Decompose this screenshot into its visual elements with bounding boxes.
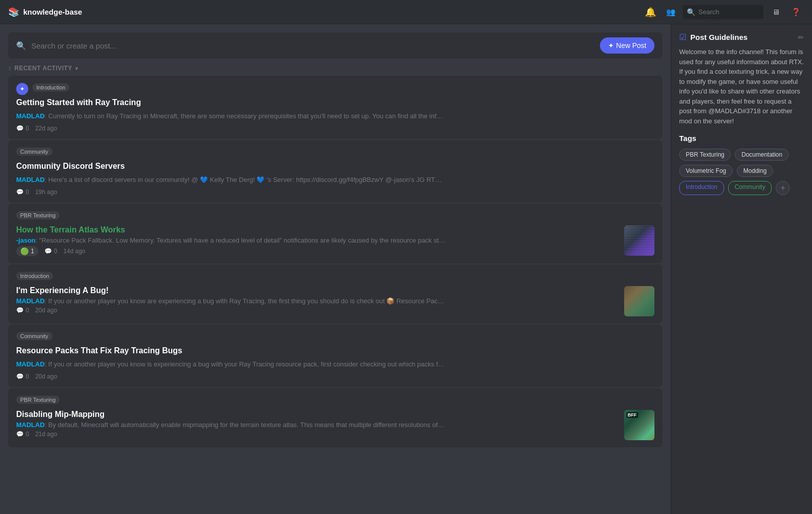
post-snippet: MADLAD: If you or another player you kno… bbox=[16, 360, 445, 368]
tag-volumetric-fog[interactable]: Volumetric Fog bbox=[679, 165, 733, 177]
post-card[interactable]: PBR Texturing How the Terrain Atlas Work… bbox=[8, 204, 663, 263]
post-comments: 💬 0 bbox=[16, 125, 29, 132]
post-card[interactable]: Community Resource Packs That Fix Ray Tr… bbox=[8, 324, 663, 387]
people-icon: 👥 bbox=[666, 8, 676, 17]
add-tag-button[interactable]: + bbox=[776, 181, 790, 195]
post-thumbnail bbox=[624, 225, 654, 256]
create-post-input[interactable] bbox=[31, 41, 595, 50]
post-thumbnail: BFF bbox=[624, 410, 654, 440]
post-footer: 💬 0 20d ago bbox=[16, 307, 618, 314]
edit-icon[interactable]: ✏ bbox=[798, 33, 804, 41]
activity-bar: ↕ RECENT ACTIVITY ▾ bbox=[0, 59, 671, 76]
post-tag: Introduction bbox=[32, 83, 69, 91]
mip-thumbnail: BFF bbox=[624, 410, 654, 440]
post-card[interactable]: Introduction I'm Experiencing A Bug! MAD… bbox=[8, 264, 663, 323]
help-icon: ❓ bbox=[791, 8, 801, 17]
post-timestamp: 20d ago bbox=[35, 307, 57, 314]
post-author: MADLAD bbox=[16, 112, 44, 120]
post-timestamp: 20d ago bbox=[35, 373, 57, 380]
post-footer: 💬 0 20d ago bbox=[16, 373, 654, 380]
post-title: Disabling Mip-Mapping bbox=[16, 410, 618, 419]
recent-activity-label: RECENT ACTIVITY bbox=[15, 65, 72, 72]
search-icon: 🔍 bbox=[687, 8, 695, 16]
post-reaction[interactable]: 🟢 1 bbox=[16, 246, 38, 256]
post-snippet: MADLAD: Here's a list of discord servers… bbox=[16, 176, 445, 183]
post-comments: 💬 0 bbox=[16, 431, 29, 438]
comment-icon: 💬 bbox=[16, 373, 24, 380]
bug-thumbnail bbox=[624, 286, 654, 316]
post-card-text: How the Terrain Atlas Works -jason: "Res… bbox=[16, 225, 618, 256]
post-title: Resource Packs That Fix Ray Tracing Bugs bbox=[16, 346, 654, 355]
tag-pbr-texturing[interactable]: PBR Texturing bbox=[679, 149, 731, 161]
help-button[interactable]: ❓ bbox=[788, 4, 804, 20]
post-author: MADLAD bbox=[16, 360, 44, 368]
guidelines-header: ☑ Post Guidelines ✏ bbox=[679, 32, 804, 42]
tags-section: Tags PBR Texturing Documentation Volumet… bbox=[679, 134, 804, 195]
bell-button[interactable]: 🔔 bbox=[642, 4, 658, 20]
create-search-icon: 🔍 bbox=[16, 41, 26, 51]
tags-grid: PBR Texturing Documentation Volumetric F… bbox=[679, 149, 804, 195]
new-post-button[interactable]: ✦ New Post bbox=[600, 37, 654, 54]
main-layout: 🔍 ✦ New Post ↕ RECENT ACTIVITY ▾ ✦ Intro… bbox=[0, 24, 812, 514]
comment-icon: 💬 bbox=[16, 189, 24, 196]
chevron-down-icon: ▾ bbox=[75, 66, 78, 71]
post-title: How the Terrain Atlas Works bbox=[16, 225, 618, 235]
post-snippet: MADLAD: Currently to turn on Ray Tracing… bbox=[16, 112, 445, 120]
content-area: 🔍 ✦ New Post ↕ RECENT ACTIVITY ▾ ✦ Intro… bbox=[0, 24, 671, 514]
post-comments: 💬 0 bbox=[16, 373, 29, 380]
post-tag: PBR Texturing bbox=[16, 396, 60, 404]
post-card-body: Disabling Mip-Mapping MADLAD: By default… bbox=[16, 410, 654, 440]
post-title: I'm Experiencing A Bug! bbox=[16, 286, 618, 295]
tags-title: Tags bbox=[679, 134, 804, 143]
tag-introduction[interactable]: Introduction bbox=[679, 181, 724, 195]
comment-icon: 💬 bbox=[16, 125, 24, 132]
comment-icon: 💬 bbox=[44, 248, 52, 255]
tag-documentation[interactable]: Documentation bbox=[735, 149, 789, 161]
search-bar[interactable]: 🔍 bbox=[683, 5, 764, 19]
channel-name: knowledge-base bbox=[23, 8, 82, 16]
guidelines-title: Post Guidelines bbox=[690, 33, 794, 41]
post-timestamp: 22d ago bbox=[35, 125, 57, 132]
top-nav: 📚 knowledge-base 🔔 👥 🔍 🖥 ❓ bbox=[0, 0, 812, 24]
post-card-text: Disabling Mip-Mapping MADLAD: By default… bbox=[16, 410, 618, 438]
post-card-text: I'm Experiencing A Bug! MADLAD: If you o… bbox=[16, 286, 618, 314]
terrain-thumbnail bbox=[624, 225, 654, 256]
post-timestamp: 21d ago bbox=[35, 431, 57, 438]
post-tag: Community bbox=[16, 148, 53, 156]
post-thumbnail bbox=[624, 286, 654, 316]
post-card[interactable]: Community Community Discord Servers MADL… bbox=[8, 140, 663, 203]
post-author: MADLAD bbox=[16, 297, 44, 305]
post-tag: Community bbox=[16, 332, 53, 340]
post-footer: 💬 0 19h ago bbox=[16, 189, 654, 196]
reaction-emoji: 🟢 bbox=[20, 247, 29, 255]
post-timestamp: 19h ago bbox=[35, 189, 57, 196]
post-card[interactable]: ✦ Introduction Getting Started with Ray … bbox=[8, 76, 663, 139]
tag-modding[interactable]: Modding bbox=[737, 165, 773, 177]
post-tag: PBR Texturing bbox=[16, 211, 60, 219]
post-card[interactable]: PBR Texturing Disabling Mip-Mapping MADL… bbox=[8, 388, 663, 447]
post-tag-icon: ✦ bbox=[16, 83, 28, 95]
comment-icon: 💬 bbox=[16, 307, 24, 314]
post-footer: 💬 0 21d ago bbox=[16, 431, 618, 438]
post-title: Community Discord Servers bbox=[16, 162, 654, 171]
post-snippet: -jason: "Resource Pack Fallback. Low Mem… bbox=[16, 237, 445, 244]
members-button[interactable]: 👥 bbox=[663, 4, 679, 20]
monitor-icon: 🖥 bbox=[772, 8, 780, 16]
post-card-body: I'm Experiencing A Bug! MADLAD: If you o… bbox=[16, 286, 654, 316]
bell-icon: 🔔 bbox=[645, 7, 656, 18]
create-post-bar[interactable]: 🔍 ✦ New Post bbox=[8, 32, 663, 59]
comment-icon: 💬 bbox=[16, 431, 24, 438]
post-comments: 💬 0 bbox=[16, 307, 29, 314]
post-comments: 💬 0 bbox=[16, 189, 29, 196]
guidelines-card: ☑ Post Guidelines ✏ Welcome to the info … bbox=[679, 32, 804, 126]
search-input[interactable] bbox=[698, 8, 759, 16]
post-card-body: How the Terrain Atlas Works -jason: "Res… bbox=[16, 225, 654, 256]
tag-community[interactable]: Community bbox=[728, 181, 772, 195]
right-sidebar: ☑ Post Guidelines ✏ Welcome to the info … bbox=[671, 24, 812, 514]
post-tag: Introduction bbox=[16, 272, 53, 280]
post-title: Getting Started with Ray Tracing bbox=[16, 98, 654, 107]
post-list: ✦ Introduction Getting Started with Ray … bbox=[0, 76, 671, 455]
post-snippet: MADLAD: By default, Minecraft will autom… bbox=[16, 421, 445, 429]
monitor-button[interactable]: 🖥 bbox=[768, 4, 784, 20]
check-icon: ☑ bbox=[679, 32, 686, 42]
